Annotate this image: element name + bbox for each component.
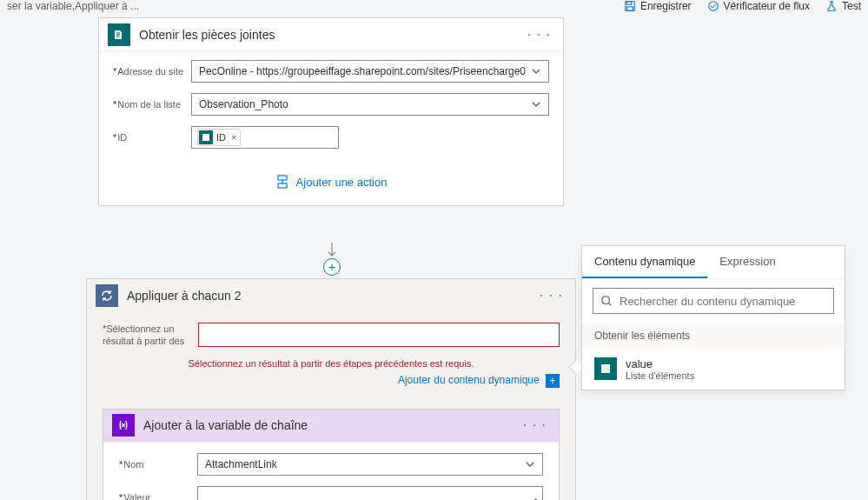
card-title: Ajouter à la variable de chaîne [143,418,520,432]
chevron-down-icon [531,99,541,110]
svg-rect-4 [202,134,209,141]
token-label: ID [216,132,226,143]
field-label-site: *Adresse du site [113,66,191,77]
card-title: Obtenir les pièces jointes [139,28,524,42]
add-dynamic-content-link[interactable]: Ajouter du contenu dynamique [398,374,540,386]
svg-rect-2 [626,7,633,10]
svg-rect-1 [626,2,631,5]
site-address-select[interactable]: PecOnline - https://groupeeiffage.sharep… [191,60,549,83]
flow-connector: + [323,243,341,276]
field-label-list: *Nom de la liste [113,99,191,110]
dynamic-content-panel: Contenu dynamique Expression Obtenir les… [581,245,845,390]
flow-canvas: Obtenir les pièces jointes · · · *Adress… [0,17,868,500]
plus-badge-icon[interactable]: + [546,374,560,388]
variable-name-select[interactable]: AttachmentLink [197,453,543,476]
sharepoint-icon [108,23,130,46]
card-menu-button[interactable]: · · · [520,417,550,433]
arrow-down-icon [327,243,337,258]
checker-icon [707,0,719,12]
card-header[interactable]: Appliquer à chacun 2 · · · [87,279,575,312]
add-action-row: Ajouter une action [113,175,549,191]
add-step-icon [275,175,289,189]
svg-point-3 [708,2,718,11]
test-label: Test [842,0,861,12]
card-title: Appliquer à chacun 2 [127,289,536,303]
loop-icon [96,284,118,307]
card-body: *Sélectionnez un résultat à partir des S… [87,312,575,500]
variable-value-input[interactable] [197,486,543,500]
svg-rect-5 [278,176,287,180]
tab-expression[interactable]: Expression [707,246,787,278]
validation-error: Sélectionnez un résultat à partir des ét… [103,358,560,369]
list-name-value: Observation_Photo [199,98,288,110]
dc-item-value[interactable]: value Liste d'éléments [582,349,845,390]
field-label-select-output: *Sélectionnez un résultat à partir des [103,323,198,348]
card-body: *Nom AttachmentLink *Valeur [103,443,559,500]
checker-label: Vérificateur de flux [724,0,810,12]
card-menu-button[interactable]: · · · [524,27,554,43]
sharepoint-icon [594,357,617,380]
flow-checker-button[interactable]: Vérificateur de flux [707,0,810,12]
dc-item-title: value [626,357,694,370]
token-id[interactable]: ID × [197,129,241,146]
svg-point-7 [602,297,610,304]
select-output-input[interactable] [198,323,560,347]
svg-rect-8 [601,364,610,373]
id-input[interactable]: ID × [191,126,339,149]
top-toolbar: ser la variable,Appliquer à ... Enregist… [0,0,868,17]
site-address-value: PecOnline - https://groupeeiffage.sharep… [199,65,526,77]
token-remove-icon[interactable]: × [231,132,236,143]
dc-search-input[interactable] [620,295,826,308]
save-label: Enregistrer [640,0,692,12]
field-label-value: *Valeur [119,492,197,500]
chevron-down-icon [525,459,535,470]
action-card-get-attachments: Obtenir les pièces jointes · · · *Adress… [98,17,564,206]
insert-step-button[interactable]: + [323,258,341,276]
flask-icon [825,0,838,12]
tab-dynamic-content[interactable]: Contenu dynamique [582,246,707,278]
add-action-label: Ajouter une action [296,176,388,189]
sharepoint-icon [199,130,213,144]
search-icon [600,295,613,307]
dc-item-subtitle: Liste d'éléments [626,370,694,381]
dc-group-header: Obtenir les éléments [582,323,845,349]
action-card-apply-to-each: Appliquer à chacun 2 · · · *Sélectionnez… [86,278,576,500]
test-button[interactable]: Test [825,0,861,12]
dynamic-content-link-row: Ajouter du contenu dynamique + [103,374,560,388]
field-label-id: *ID [113,132,191,143]
list-name-select[interactable]: Observation_Photo [191,93,549,116]
action-card-append-string-variable: Ajouter à la variable de chaîne · · · *N… [103,409,560,500]
card-menu-button[interactable]: · · · [536,288,567,303]
add-action-button[interactable]: Ajouter une action [275,175,388,189]
variable-icon [112,414,135,437]
chevron-down-icon [531,66,541,77]
dc-search-box[interactable] [593,288,834,314]
dc-tabs: Contenu dynamique Expression [582,246,845,279]
toolbar-actions: Enregistrer Vérificateur de flux Test [624,0,861,12]
dc-item-text: value Liste d'éléments [626,357,694,381]
save-button[interactable]: Enregistrer [624,0,692,12]
variable-name-value: AttachmentLink [205,458,277,470]
save-icon [624,0,636,12]
card-header[interactable]: Ajouter à la variable de chaîne · · · [103,410,559,443]
svg-rect-6 [278,183,287,188]
card-body: *Adresse du site PecOnline - https://gro… [99,51,563,205]
card-header[interactable]: Obtenir les pièces jointes · · · [99,18,563,51]
field-label-name: *Nom [119,459,197,470]
breadcrumb: ser la variable,Appliquer à ... [7,0,624,12]
